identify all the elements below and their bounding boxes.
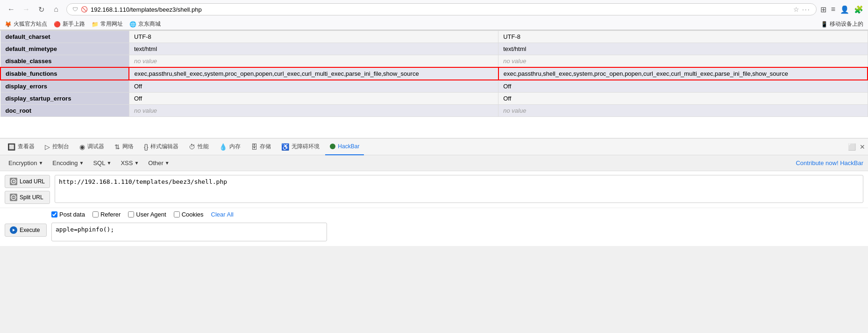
menu-icon[interactable]: ≡: [831, 5, 835, 14]
phpinfo-row-name: doc_root: [0, 105, 129, 117]
address-bar[interactable]: 🛡 🚫 ☆ ···: [66, 3, 817, 15]
bookmark-label: 新手上路: [63, 20, 85, 28]
post-data-textarea[interactable]: [51, 223, 327, 241]
close-devtools-icon[interactable]: ✕: [860, 143, 865, 151]
style-icon: {}: [144, 143, 148, 151]
menu-xss[interactable]: XSS ▼: [117, 158, 142, 168]
sql-chevron-icon: ▼: [107, 160, 111, 166]
phpinfo-row-name: disable_functions: [0, 67, 129, 80]
post-data-check-input[interactable]: [51, 211, 57, 217]
hackbar-content: Encryption ▼ Encoding ▼ SQL ▼ XSS ▼ Othe…: [0, 155, 868, 246]
user-agent-check-input[interactable]: [128, 211, 134, 217]
main-content: default_charsetUTF-8UTF-8default_mimetyp…: [0, 30, 868, 138]
phpinfo-cell-local: exec,passthru,shell_exec,system,proc_ope…: [129, 67, 498, 80]
phpinfo-cell-local: no value: [129, 105, 498, 117]
menu-sql[interactable]: SQL ▼: [89, 158, 115, 168]
load-url-icon: [10, 178, 17, 185]
cookies-label: Cookies: [182, 211, 204, 218]
home-button[interactable]: ⌂: [50, 3, 63, 16]
tab-console[interactable]: ▷ 控制台: [40, 138, 74, 155]
bookmark-label: 火狐官方站点: [14, 20, 47, 28]
user-agent-checkbox[interactable]: User Agent: [128, 211, 166, 218]
bookmark-newbie[interactable]: 🔴 新手上路: [54, 20, 85, 28]
split-url-button[interactable]: Split URL: [5, 191, 50, 204]
tab-debugger[interactable]: ◉ 调试器: [75, 138, 109, 155]
bookmark-star-icon[interactable]: ☆: [793, 6, 799, 13]
encryption-label: Encryption: [8, 159, 37, 166]
menu-encryption[interactable]: Encryption ▼: [5, 158, 47, 168]
phpinfo-cell-master: Off: [498, 80, 868, 93]
url-textarea[interactable]: [55, 175, 863, 203]
profile-icon[interactable]: 👤: [840, 5, 849, 14]
tab-storage[interactable]: 🗄 存储: [246, 138, 276, 155]
bookmark-mobile[interactable]: 📱 移动设备上的: [821, 20, 863, 28]
encryption-chevron-icon: ▼: [38, 160, 43, 166]
referer-check-input[interactable]: [92, 211, 99, 217]
tab-label: 样式编辑器: [150, 143, 178, 151]
reload-button[interactable]: ↻: [35, 3, 48, 16]
tab-style-editor[interactable]: {} 样式编辑器: [139, 138, 183, 155]
tab-performance[interactable]: ⏱ 性能: [184, 138, 213, 155]
forward-button[interactable]: →: [20, 3, 33, 16]
cookies-check-input[interactable]: [174, 211, 180, 217]
encoding-chevron-icon: ▼: [79, 160, 84, 166]
menu-encoding[interactable]: Encoding ▼: [49, 158, 87, 168]
storage-icon: 🗄: [251, 143, 257, 151]
hackbar-dot-icon: [330, 144, 335, 149]
phpinfo-cell-local: Off: [129, 93, 498, 105]
hackbar-options: Post data Referer User Agent Cookies Cle…: [0, 208, 868, 221]
tab-inspector[interactable]: 🔲 查看器: [3, 138, 39, 155]
user-agent-label: User Agent: [136, 211, 166, 218]
cookies-checkbox[interactable]: Cookies: [174, 211, 204, 218]
referer-checkbox[interactable]: Referer: [92, 211, 121, 218]
contribute-link[interactable]: Contribute now! HackBar: [796, 159, 863, 166]
encoding-label: Encoding: [52, 159, 78, 166]
inspector-icon: 🔲: [7, 143, 15, 151]
url-input[interactable]: [91, 6, 790, 13]
bookmarks-bar: 🦊 火狐官方站点 🔴 新手上路 📁 常用网址 🌐 京东商城 📱 移动设备上的: [0, 19, 868, 30]
tab-accessibility[interactable]: ♿ 无障碍环境: [277, 138, 324, 155]
console-icon: ▷: [45, 143, 50, 151]
tab-label: 性能: [198, 143, 209, 151]
load-url-button[interactable]: Load URL: [5, 175, 50, 188]
menu-other[interactable]: Other ▼: [144, 158, 173, 168]
phpinfo-row-name: display_errors: [0, 80, 129, 93]
phpinfo-cell-local: text/html: [129, 43, 498, 55]
execute-button[interactable]: Execute: [5, 224, 47, 237]
jd-icon: 🌐: [129, 21, 136, 28]
execute-icon: [10, 226, 17, 234]
clear-all-button[interactable]: Clear All: [211, 211, 234, 218]
fox-icon: 🦊: [5, 21, 12, 28]
tab-label: 网络: [122, 143, 134, 151]
phpinfo-cell-local: no value: [129, 55, 498, 68]
referer-label: Referer: [100, 211, 121, 218]
extensions-icon[interactable]: ⊞: [820, 5, 826, 14]
other-chevron-icon: ▼: [165, 160, 170, 166]
tab-hackbar[interactable]: HackBar: [325, 138, 364, 155]
bookmark-common-sites[interactable]: 📁 常用网址: [92, 20, 123, 28]
mobile-icon: 📱: [821, 21, 828, 28]
bookmark-label: 京东商城: [138, 20, 161, 28]
sql-label: SQL: [93, 159, 105, 166]
phpinfo-cell-master: text/html: [498, 43, 868, 55]
tab-label: 内存: [229, 143, 241, 151]
dock-icon[interactable]: ⬜: [848, 143, 856, 151]
bookmark-label: 常用网址: [100, 20, 123, 28]
post-data-checkbox[interactable]: Post data: [51, 211, 85, 218]
browser-toolbar: ← → ↻ ⌂ 🛡 🚫 ☆ ··· ⊞ ≡ 👤 🧩: [0, 0, 868, 19]
tab-network[interactable]: ⇅ 网络: [110, 138, 138, 155]
execute-label: Execute: [20, 227, 40, 233]
back-button[interactable]: ←: [5, 3, 18, 16]
hackbar-menu: Encryption ▼ Encoding ▼ SQL ▼ XSS ▼ Othe…: [0, 155, 868, 171]
bookmark-foxofficial[interactable]: 🦊 火狐官方站点: [5, 20, 47, 28]
more-options-icon[interactable]: ···: [802, 6, 811, 13]
puzzle-icon[interactable]: 🧩: [854, 5, 863, 14]
bookmark-jd[interactable]: 🌐 京东商城: [129, 20, 161, 28]
debugger-icon: ◉: [79, 143, 85, 151]
tab-memory[interactable]: 💧 内存: [214, 138, 245, 155]
xss-label: XSS: [121, 159, 133, 166]
phpinfo-cell-master: Off: [498, 93, 868, 105]
phpinfo-row-name: disable_classes: [0, 55, 129, 68]
phpinfo-cell-master: exec,passthru,shell_exec,system,proc_ope…: [498, 67, 868, 80]
site-icon: 🚫: [81, 6, 88, 13]
